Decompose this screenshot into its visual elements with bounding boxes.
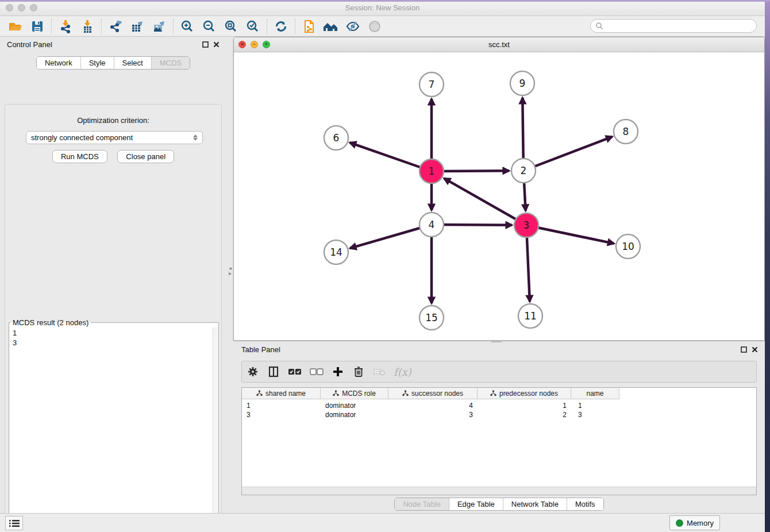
cell-predecessor-nodes[interactable]: 1	[478, 401, 571, 410]
column-header-shared-name[interactable]: shared name	[242, 388, 321, 399]
column-header-name[interactable]: name	[571, 388, 619, 399]
cell-mcds-role[interactable]: dominator	[321, 410, 388, 419]
table-row[interactable]: 3 dominator 3 2 3	[242, 410, 756, 419]
save-session-button[interactable]	[26, 18, 48, 35]
home-icon	[322, 19, 340, 34]
graph-node-label: 15	[425, 312, 438, 323]
export-network-button[interactable]	[105, 18, 126, 35]
column-type-icon	[333, 390, 339, 396]
close-table-panel-icon[interactable]	[752, 346, 758, 353]
zoom-in-icon	[180, 19, 195, 34]
cell-mcds-role[interactable]: dominator	[321, 401, 388, 410]
close-panel-button[interactable]: Close panel	[117, 150, 174, 163]
graph-node-label: 7	[429, 79, 435, 90]
graph-node-label: 3	[523, 219, 530, 231]
cell-name[interactable]: 1	[571, 401, 619, 410]
graph-node-10[interactable]: 10	[616, 234, 640, 259]
show-all-columns-button[interactable]	[288, 364, 302, 379]
tab-edge-table[interactable]: Edge Table	[449, 498, 503, 510]
export-table-button[interactable]	[126, 18, 148, 35]
import-table-button[interactable]	[76, 18, 98, 35]
graph-edge-2-8[interactable]	[523, 137, 613, 171]
network-graph[interactable]: 7968124314101511	[234, 52, 764, 340]
tab-motifs[interactable]: Motifs	[567, 498, 603, 510]
column-header-mcds-role[interactable]: MCDS role	[321, 388, 388, 399]
vertical-splitter-handle[interactable]: ◂▸	[228, 265, 233, 276]
graph-node-2[interactable]: 2	[511, 159, 536, 183]
split-columns-button[interactable]	[267, 364, 280, 379]
add-column-button[interactable]	[332, 364, 344, 379]
hide-panels-button[interactable]	[342, 18, 364, 35]
refresh-layout-icon	[274, 19, 288, 34]
network-window-titlebar[interactable]: ✕ − + scc.txt	[234, 37, 764, 52]
tab-node-table[interactable]: Node Table	[395, 498, 449, 510]
network-window-title: scc.txt	[234, 40, 764, 49]
memory-button[interactable]: Memory	[669, 515, 720, 530]
column-label: successor nodes	[411, 390, 463, 398]
tab-network[interactable]: Network	[37, 57, 80, 69]
main-toolbar	[0, 16, 765, 37]
graph-edge-3-10[interactable]	[526, 225, 614, 244]
close-panel-icon[interactable]	[213, 41, 220, 48]
apply-layout-button[interactable]	[270, 18, 292, 35]
tab-select[interactable]: Select	[114, 57, 151, 69]
delete-table-button[interactable]	[373, 364, 386, 379]
graph-node-8[interactable]: 8	[614, 119, 638, 144]
delete-column-button[interactable]	[352, 364, 365, 379]
checked-boxes-icon	[288, 367, 302, 376]
cell-successor-nodes[interactable]: 4	[388, 401, 478, 410]
graph-node-6[interactable]: 6	[324, 126, 348, 150]
node-table[interactable]: shared name MCDS role successor nodes pr…	[241, 387, 757, 495]
result-scrollbar[interactable]	[213, 327, 218, 532]
graph-edge-1-6[interactable]	[350, 142, 432, 171]
run-mcds-button[interactable]: Run MCDS	[52, 150, 107, 163]
graph-node-1[interactable]: 1	[419, 159, 444, 183]
cell-successor-nodes[interactable]: 3	[388, 410, 478, 419]
tab-mcds[interactable]: MCDS	[151, 57, 190, 69]
zoom-fit-button[interactable]	[220, 18, 242, 35]
import-network-button[interactable]	[55, 18, 76, 35]
search-box[interactable]	[590, 19, 757, 33]
cell-predecessor-nodes[interactable]: 2	[478, 410, 571, 419]
table-settings-button[interactable]	[247, 364, 259, 379]
task-history-button[interactable]	[5, 516, 23, 530]
criterion-select[interactable]: strongly connected component	[26, 131, 203, 144]
graph-node-14[interactable]: 14	[324, 240, 348, 264]
zoom-out-button[interactable]	[198, 18, 220, 35]
zoom-in-button[interactable]	[176, 18, 198, 35]
mcds-panel: Optimization criterion: strongly connect…	[5, 104, 222, 532]
open-session-button[interactable]	[5, 18, 26, 35]
clone-network-button[interactable]	[298, 18, 320, 35]
plus-icon	[332, 366, 344, 377]
graph-edge-3-1[interactable]	[444, 178, 526, 225]
cell-name[interactable]: 3	[571, 410, 619, 419]
column-header-successor-nodes[interactable]: successor nodes	[388, 388, 478, 399]
cell-shared-name[interactable]: 3	[242, 410, 321, 419]
preview-button[interactable]	[364, 18, 386, 35]
column-header-predecessor-nodes[interactable]: predecessor nodes	[478, 388, 571, 399]
control-panel-tabs: Network Style Select MCDS	[36, 56, 190, 70]
graph-node-15[interactable]: 15	[419, 306, 444, 330]
graph-node-4[interactable]: 4	[419, 213, 444, 237]
graph-node-11[interactable]: 11	[518, 304, 542, 328]
export-table-icon	[130, 19, 145, 34]
float-table-panel-icon[interactable]	[741, 346, 747, 353]
hide-all-columns-button[interactable]	[310, 364, 324, 379]
search-input[interactable]	[606, 22, 752, 30]
zoom-selected-button[interactable]	[242, 18, 264, 35]
function-builder-button[interactable]: f(x)	[394, 364, 411, 379]
graph-node-9[interactable]: 9	[510, 71, 534, 95]
table-horizontal-scrollbar[interactable]	[242, 487, 756, 495]
export-image-button[interactable]	[148, 18, 170, 35]
network-canvas[interactable]: 7968124314101511	[234, 52, 764, 340]
graph-node-7[interactable]: 7	[419, 72, 444, 97]
mcds-result-list[interactable]: 1 3	[9, 327, 218, 349]
tab-network-table[interactable]: Network Table	[503, 498, 567, 510]
cell-shared-name[interactable]: 1	[242, 401, 321, 410]
float-panel-icon[interactable]	[202, 41, 209, 48]
table-row[interactable]: 1 dominator 4 1 1	[242, 401, 756, 410]
tab-style[interactable]: Style	[80, 57, 114, 69]
graph-node-3[interactable]: 3	[514, 213, 538, 237]
home-button[interactable]	[320, 18, 342, 35]
desktop-edge-top	[0, 0, 770, 2]
